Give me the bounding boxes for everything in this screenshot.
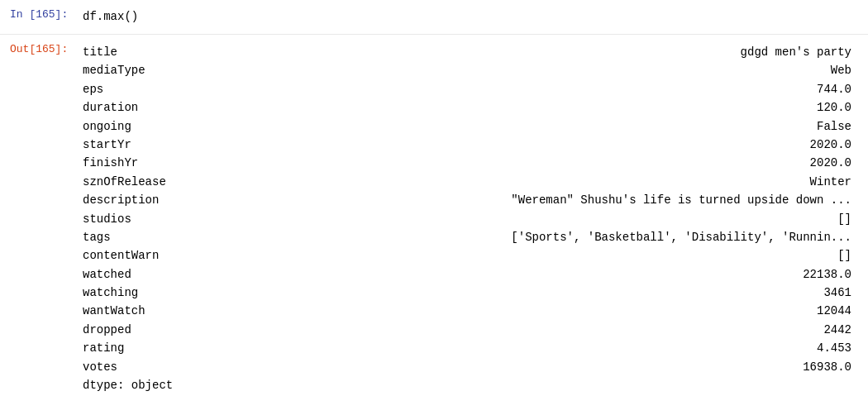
input-label: In [165]:: [0, 7, 83, 22]
code-text: df.max(): [83, 8, 868, 26]
field-value: 3461: [265, 284, 868, 302]
table-row: finishYr2020.0: [83, 154, 868, 172]
table-row: mediaTypeWeb: [83, 61, 868, 79]
field-name: duration: [83, 98, 265, 117]
output-content: titlegdgd men's partymediaTypeWebeps744.…: [83, 41, 868, 396]
field-value: 2442: [265, 321, 868, 339]
output-label: Out[165]:: [0, 41, 83, 57]
field-value: Winter: [265, 173, 868, 191]
field-name: finishYr: [83, 154, 265, 172]
dtype-line: dtype: object: [83, 376, 868, 394]
table-row: startYr2020.0: [83, 136, 868, 154]
field-name: wantWatch: [83, 302, 265, 320]
input-content: df.max(): [83, 7, 868, 27]
field-name: title: [83, 43, 265, 61]
field-name: tags: [83, 228, 265, 246]
table-row: watching3461: [83, 284, 868, 302]
field-name: startYr: [83, 136, 265, 154]
output-table: titlegdgd men's partymediaTypeWebeps744.…: [83, 43, 868, 376]
table-row: tags['Sports', 'Basketball', 'Disability…: [83, 228, 868, 246]
field-name: mediaType: [83, 61, 265, 79]
table-row: rating4.453: [83, 339, 868, 357]
field-name: description: [83, 191, 265, 209]
table-row: duration120.0: [83, 98, 868, 117]
field-value: 16938.0: [265, 358, 868, 376]
field-name: dropped: [83, 321, 265, 339]
field-value: []: [265, 210, 868, 228]
field-value: 12044: [265, 302, 868, 320]
field-name: studios: [83, 210, 265, 228]
field-name: rating: [83, 339, 265, 357]
field-name: watched: [83, 265, 265, 284]
field-value: 22138.0: [265, 265, 868, 284]
table-row: votes16938.0: [83, 358, 868, 376]
field-name: eps: [83, 80, 265, 98]
field-value: 744.0: [265, 80, 868, 98]
table-row: eps744.0: [83, 80, 868, 98]
field-value: []: [265, 246, 868, 265]
notebook-cell: In [165]: df.max() Out[165]: titlegdgd m…: [0, 0, 868, 403]
field-value: 4.453: [265, 339, 868, 357]
field-value: ['Sports', 'Basketball', 'Disability', '…: [265, 228, 868, 246]
field-name: watching: [83, 284, 265, 302]
field-value: 2020.0: [265, 136, 868, 154]
field-name: sznOfRelease: [83, 173, 265, 191]
table-row: ongoingFalse: [83, 117, 868, 136]
field-name: contentWarn: [83, 246, 265, 265]
field-value: 2020.0: [265, 154, 868, 172]
field-value: Web: [265, 61, 868, 79]
table-row: dropped2442: [83, 321, 868, 339]
table-row: titlegdgd men's party: [83, 43, 868, 61]
field-value: gdgd men's party: [265, 43, 868, 61]
field-value: 120.0: [265, 98, 868, 117]
table-row: description"Wereman" Shushu's life is tu…: [83, 191, 868, 209]
field-value: "Wereman" Shushu's life is turned upside…: [265, 191, 868, 209]
output-cell: Out[165]: titlegdgd men's partymediaType…: [0, 35, 868, 403]
table-row: contentWarn[]: [83, 246, 868, 265]
table-row: watched22138.0: [83, 265, 868, 284]
input-cell: In [165]: df.max(): [0, 0, 868, 35]
table-row: wantWatch12044: [83, 302, 868, 320]
field-name: ongoing: [83, 117, 265, 136]
table-row: sznOfReleaseWinter: [83, 173, 868, 191]
field-name: votes: [83, 358, 265, 376]
field-value: False: [265, 117, 868, 136]
table-row: studios[]: [83, 210, 868, 228]
